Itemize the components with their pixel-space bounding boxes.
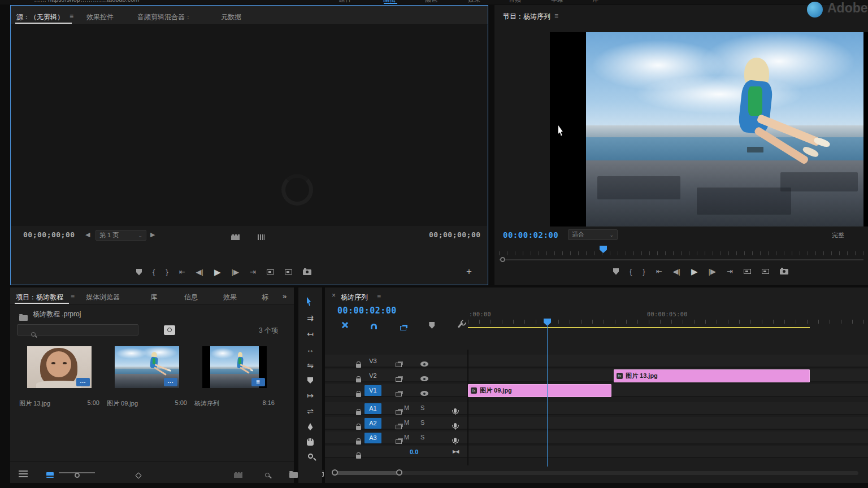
tab-libraries[interactable]: 库 bbox=[150, 293, 157, 302]
sync-lock-icon[interactable] bbox=[396, 439, 402, 444]
solo-button[interactable]: S bbox=[420, 434, 424, 441]
item-thumbnail[interactable]: ••• bbox=[115, 346, 179, 388]
nest-insert-toggle-icon[interactable] bbox=[341, 321, 348, 329]
slide-tool[interactable]: ⇌ bbox=[307, 407, 314, 415]
search-bin-button[interactable] bbox=[164, 325, 175, 335]
work-area-bar[interactable] bbox=[468, 327, 810, 328]
track-master[interactable]: 0.0 ▶◀ bbox=[325, 446, 868, 458]
timeline-hscroll-handle[interactable] bbox=[333, 471, 402, 475]
workspace-tab-4[interactable]: 音频 bbox=[509, 0, 521, 4]
tab-program[interactable]: 节目：杨涛序列 bbox=[503, 12, 550, 21]
drag-audio-icon[interactable] bbox=[258, 234, 265, 240]
export-frame-button[interactable] bbox=[780, 269, 788, 274]
voiceover-record-icon[interactable] bbox=[454, 423, 457, 428]
workspace-tab-5[interactable]: 字幕 bbox=[551, 0, 563, 4]
goto-out-button[interactable]: ⇥ bbox=[250, 268, 256, 276]
workspace-tab-2[interactable]: 颜色 bbox=[425, 0, 437, 4]
sync-lock-icon[interactable] bbox=[396, 392, 402, 396]
mark-out-button[interactable]: } bbox=[166, 268, 168, 276]
goto-in-button[interactable]: ⇤ bbox=[179, 268, 185, 276]
program-mini-ruler[interactable] bbox=[499, 251, 863, 255]
fit-tracks-icon[interactable]: ▶◀ bbox=[453, 449, 458, 454]
timeline-hscroll-track[interactable] bbox=[333, 471, 858, 475]
play-button[interactable]: ▶ bbox=[691, 267, 698, 276]
lock-icon[interactable] bbox=[356, 364, 361, 368]
voiceover-record-icon[interactable] bbox=[454, 408, 457, 413]
track-select-tool[interactable]: ⇉ bbox=[307, 314, 314, 322]
toggle-track-output-icon[interactable] bbox=[420, 361, 428, 367]
tab-source[interactable]: 源：（无剪辑） bbox=[16, 12, 64, 22]
snap-icon[interactable] bbox=[371, 324, 377, 329]
rolling-edit-tool[interactable]: ↔ bbox=[306, 346, 314, 354]
program-scrollbar-handle[interactable] bbox=[500, 257, 505, 262]
lock-icon[interactable] bbox=[356, 393, 361, 397]
new-bin-button[interactable] bbox=[289, 472, 298, 478]
find-in-timeline-button[interactable] bbox=[234, 472, 242, 478]
slip-tool[interactable]: ↦ bbox=[307, 391, 314, 399]
track-name[interactable]: V1 bbox=[364, 385, 381, 396]
automate-to-sequence-button[interactable] bbox=[136, 472, 142, 478]
program-scrollbar-track[interactable] bbox=[499, 259, 863, 260]
tab-effects[interactable]: 效果 bbox=[223, 293, 237, 302]
mute-button[interactable]: M bbox=[404, 404, 409, 411]
tab-info[interactable]: 信息 bbox=[184, 293, 198, 302]
goto-out-button[interactable]: ⇥ bbox=[727, 268, 733, 275]
timeline-clip-v2[interactable]: fx 图片 13.jpg bbox=[614, 369, 810, 382]
track-name[interactable]: A3 bbox=[364, 433, 381, 443]
sync-lock-icon[interactable] bbox=[396, 377, 402, 382]
overwrite-button[interactable] bbox=[285, 269, 292, 274]
lock-icon[interactable] bbox=[356, 455, 361, 459]
item-name[interactable]: 图片 09.jpg bbox=[107, 399, 138, 408]
track-a1[interactable]: A1 M S bbox=[325, 402, 868, 415]
mark-in-button[interactable]: { bbox=[630, 268, 632, 275]
play-button[interactable]: ▶ bbox=[214, 268, 221, 276]
tab-metadata[interactable]: 元数据 bbox=[221, 12, 241, 22]
zoom-tool[interactable] bbox=[308, 454, 313, 459]
extract-button[interactable] bbox=[762, 269, 769, 274]
tab-project[interactable]: 项目：杨涛教程 bbox=[16, 293, 63, 302]
timeline-panel-menu-icon[interactable]: ≡ bbox=[377, 293, 381, 300]
track-name[interactable]: A2 bbox=[364, 418, 381, 429]
track-name[interactable]: V3 bbox=[364, 356, 381, 367]
linked-selection-icon[interactable] bbox=[400, 326, 406, 330]
program-viewer[interactable] bbox=[550, 32, 868, 226]
timeline-timecode[interactable]: 00:00:02:00 bbox=[337, 306, 397, 316]
next-page-button[interactable]: ▶ bbox=[150, 232, 155, 238]
item-name[interactable]: 杨涛序列 bbox=[194, 399, 219, 408]
step-forward-button[interactable]: |▶ bbox=[232, 268, 239, 276]
voiceover-record-icon[interactable] bbox=[454, 438, 457, 442]
find-button[interactable] bbox=[265, 473, 270, 477]
step-forward-button[interactable]: |▶ bbox=[709, 268, 716, 275]
close-sequence-icon[interactable]: × bbox=[332, 291, 336, 299]
selection-tool[interactable] bbox=[307, 297, 314, 306]
project-item-card[interactable]: ••• 图片 09.jpg 5:00 bbox=[105, 344, 189, 411]
master-level-value[interactable]: 0.0 bbox=[410, 448, 418, 455]
lock-icon[interactable] bbox=[356, 411, 361, 415]
add-marker-button[interactable] bbox=[613, 268, 619, 275]
workspace-tab-0[interactable]: 组件 bbox=[339, 0, 351, 4]
step-back-button[interactable]: ◀| bbox=[196, 268, 203, 276]
tab-overflow-icon[interactable]: » bbox=[283, 292, 287, 300]
program-panel-menu-icon[interactable]: ≡ bbox=[554, 12, 558, 20]
list-view-button[interactable] bbox=[19, 470, 28, 477]
pen-tool[interactable] bbox=[308, 423, 313, 430]
playback-resolution-dropdown[interactable]: 完整 bbox=[832, 231, 844, 239]
mute-button[interactable]: M bbox=[404, 419, 409, 426]
project-file-name[interactable]: 杨涛教程 .prproj bbox=[33, 310, 81, 319]
sync-lock-icon[interactable] bbox=[396, 410, 402, 415]
track-v3[interactable]: V3 bbox=[325, 355, 868, 368]
source-panel-menu-icon[interactable]: ≡ bbox=[70, 12, 73, 20]
tab-media-browser[interactable]: 媒体浏览器 bbox=[86, 293, 120, 302]
toggle-track-output-icon[interactable] bbox=[420, 391, 428, 396]
workspace-tab-6[interactable]: 库 bbox=[592, 0, 598, 4]
toggle-track-output-icon[interactable] bbox=[420, 376, 428, 381]
track-name[interactable]: V2 bbox=[364, 371, 381, 381]
sync-lock-icon[interactable] bbox=[396, 425, 402, 429]
item-thumbnail[interactable]: ≣ bbox=[202, 346, 267, 388]
lock-icon[interactable] bbox=[356, 378, 361, 382]
workspace-tab-3[interactable]: 效果 bbox=[468, 0, 480, 4]
thumbnail-zoom-track[interactable] bbox=[59, 472, 95, 473]
project-panel-menu-icon[interactable]: ≡ bbox=[71, 293, 75, 300]
step-back-button[interactable]: ◀| bbox=[673, 268, 680, 275]
source-viewer[interactable] bbox=[11, 25, 487, 226]
